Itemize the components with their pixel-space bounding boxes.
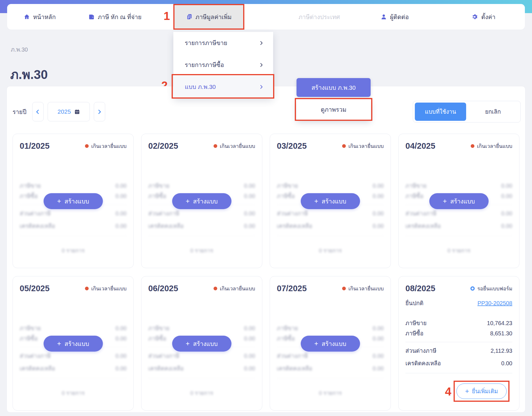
tax-row-label: ส่วนต่างภาษี: [405, 209, 436, 218]
toggle-cancelled-forms[interactable]: ยกเลิก: [467, 103, 519, 121]
create-form-button[interactable]: +สร้างแบบ: [300, 336, 360, 352]
tax-row-label: ภาษีซื้อ: [148, 334, 166, 343]
tax-row-value: 0.00: [115, 365, 127, 372]
document-icon: [186, 14, 192, 20]
card-item-count: 0 รายการ: [20, 246, 127, 255]
divider: [148, 378, 255, 378]
status-dot-icon: [214, 287, 217, 290]
create-pp30-form-button[interactable]: สร้างแบบ ภ.พ.30: [297, 78, 371, 97]
create-form-button[interactable]: +สร้างแบบ: [43, 336, 103, 352]
tax-row-label: เครดิตคงเหลือ: [405, 221, 441, 231]
card-status: เกินเวลายื่นแบบ: [214, 142, 255, 150]
card-item-count: 0 รายการ: [20, 389, 127, 397]
card-month: 07/2025: [277, 284, 307, 293]
breadcrumb: ภ.พ.30: [11, 45, 28, 54]
nav-item-home[interactable]: หน้าหลัก: [24, 4, 56, 30]
tax-row: ส่วนต่างภาษี2,112.93: [405, 346, 512, 356]
card-header: 01/2025 เกินเวลายื่นแบบ: [20, 141, 127, 151]
home-icon: [24, 14, 30, 20]
tax-row: ส่วนต่างภาษี0.00: [277, 351, 384, 361]
status-label: เกินเวลายื่นแบบ: [220, 284, 255, 293]
nav-item-settings[interactable]: ตั้งค่า: [472, 4, 496, 30]
tax-row-label: ภาษีขาย: [20, 324, 41, 333]
previous-year-button[interactable]: [32, 102, 44, 121]
card-header: 02/2025 เกินเวลายื่นแบบ: [148, 141, 255, 151]
card-month: 04/2025: [405, 141, 435, 151]
menu-item-purchase-tax-report[interactable]: รายการภาษีซื้อ: [173, 54, 273, 76]
period-label: รายปี: [13, 107, 27, 117]
tax-row-label: ส่วนต่างภาษี: [277, 351, 308, 360]
chevron-right-icon: [96, 109, 102, 115]
tax-row: ภาษีขาย0.00: [20, 181, 127, 191]
tax-row-label: ภาษีซื้อ: [20, 191, 38, 201]
card-month: 06/2025: [148, 284, 178, 293]
tax-row: ภาษีขาย0.00: [148, 181, 255, 191]
filter-row: รายปี 2025 แบบที่ใช้งาน ยกเลิก: [13, 101, 521, 123]
chevron-left-icon: [35, 109, 41, 115]
tax-row-label: ภาษีขาย: [405, 319, 427, 328]
tax-row-label: ส่วนต่างภาษี: [148, 351, 179, 360]
annotation-number-4: 4: [440, 385, 451, 398]
tax-row: เครดิตคงเหลือ0.00: [20, 363, 127, 374]
view-overview-button[interactable]: ดูภาพรวม: [297, 99, 371, 120]
tax-row-value: 0.00: [244, 223, 255, 229]
tax-row-label: ภาษีขาย: [277, 181, 298, 190]
tax-row: ภาษีขาย10,764.23: [405, 318, 512, 328]
month-card: 08/2025 รอยื่นแบบฟอร์ม ยื่นปกติ PP30-202…: [398, 276, 519, 411]
tax-row-value: 10,764.23: [487, 320, 512, 327]
tax-row-value: 0.00: [244, 183, 255, 189]
toggle-active-forms[interactable]: แบบที่ใช้งาน: [415, 103, 466, 121]
card-status: เกินเวลายื่นแบบ: [342, 142, 384, 150]
nav-item-foreign-tax: ภาษีต่างประเทศ: [299, 4, 340, 30]
menu-item-sales-tax-report[interactable]: รายการภาษีขาย: [173, 32, 273, 54]
next-year-button[interactable]: [94, 102, 105, 121]
create-form-button[interactable]: +สร้างแบบ: [300, 193, 360, 209]
card-header: 06/2025 เกินเวลายื่นแบบ: [148, 284, 255, 293]
year-selector[interactable]: 2025: [48, 102, 90, 121]
additional-filing-button[interactable]: +ยื่นเพิ่มเติม: [456, 384, 507, 399]
status-dot-icon: [342, 287, 346, 290]
month-card: 05/2025 เกินเวลายื่นแบบ ภาษีขาย0.00 ภาษี…: [13, 276, 134, 411]
nav-item-withholding-tax[interactable]: ภาษี หัก ณ ที่จ่าย: [88, 4, 141, 30]
nav-item-contacts[interactable]: ผู้ติดต่อ: [381, 4, 409, 30]
menu-item-pp30-form[interactable]: แบบ ภ.พ.30: [173, 76, 273, 98]
nav-item-vat[interactable]: ภาษีมูลค่าเพิ่ม: [173, 4, 244, 30]
card-status: เกินเวลายื่นแบบ: [342, 284, 384, 293]
additional-filing-label: ยื่นเพิ่มเติม: [472, 387, 498, 396]
month-card: 03/2025 เกินเวลายื่นแบบ ภาษีขาย0.00 ภาษี…: [270, 134, 391, 268]
create-form-button[interactable]: +สร้างแบบ: [172, 336, 231, 352]
chevron-right-icon: [259, 62, 264, 68]
create-form-label: สร้างแบบ: [64, 339, 89, 348]
status-dot-icon: [342, 144, 346, 148]
plus-icon: +: [186, 340, 190, 347]
card-month: 01/2025: [20, 141, 50, 151]
tax-row: ส่วนต่างภาษี0.00: [20, 351, 127, 361]
card-status: เกินเวลายื่นแบบ: [85, 142, 127, 150]
tax-row-value: 0.00: [115, 183, 127, 189]
plus-icon: +: [465, 388, 469, 395]
card-item-count: 0 รายการ: [148, 246, 255, 255]
tax-row-value: 0.00: [115, 210, 127, 217]
nav-label: ภาษีมูลค่าเพิ่ม: [196, 12, 232, 22]
tax-row-value: 0.00: [373, 365, 384, 372]
tax-row-value: 0.00: [373, 223, 384, 229]
card-header: 05/2025 เกินเวลายื่นแบบ: [20, 284, 127, 293]
form-link[interactable]: PP30-202508: [478, 300, 512, 307]
status-dot-icon: [85, 144, 89, 148]
tax-row: ภาษีซื้อ8,651.30: [405, 328, 512, 338]
tax-row: ภาษีขาย0.00: [405, 181, 512, 191]
card-item-count: 0 รายการ: [148, 389, 255, 397]
create-form-button[interactable]: +สร้างแบบ: [172, 193, 231, 209]
create-form-label: สร้างแบบ: [64, 197, 89, 206]
status-dot-icon: [85, 287, 89, 290]
tax-row-value: 8,651.30: [490, 330, 512, 337]
create-form-button[interactable]: +สร้างแบบ: [429, 193, 488, 209]
tax-row-value: 0.00: [501, 223, 512, 229]
create-form-label: สร้างแบบ: [193, 197, 218, 206]
create-form-button[interactable]: +สร้างแบบ: [43, 193, 103, 209]
tax-row: ภาษีขาย0.00: [20, 323, 127, 333]
status-label: เกินเวลายื่นแบบ: [220, 142, 255, 150]
annotation-number-1: 1: [156, 10, 170, 23]
plus-icon: +: [443, 198, 447, 205]
tax-row-label: เครดิตคงเหลือ: [277, 221, 312, 231]
